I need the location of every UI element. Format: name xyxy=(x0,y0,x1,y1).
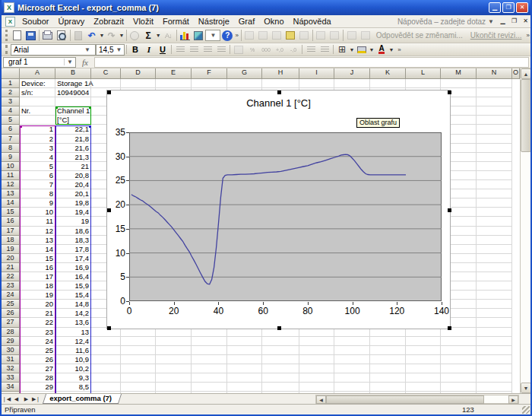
new-comment-button[interactable] xyxy=(283,29,297,42)
increase-decimal-button[interactable]: +,0 xyxy=(273,44,287,56)
cell-A28[interactable]: 23 xyxy=(20,328,55,337)
cell-F29[interactable] xyxy=(192,337,227,346)
font-color-button[interactable]: A xyxy=(375,44,388,56)
menu-item-6[interactable]: Nástroje xyxy=(194,16,234,27)
cell-A2[interactable]: s/n: xyxy=(20,88,55,97)
decrease-decimal-button[interactable]: -,0 xyxy=(287,44,300,56)
cell-B6[interactable]: 22,1 xyxy=(55,125,91,134)
chart-selection-handle[interactable] xyxy=(107,326,111,330)
row-header-24[interactable]: 24 xyxy=(2,291,20,300)
cell-A10[interactable]: 5 xyxy=(20,162,55,171)
cell-A22[interactable]: 17 xyxy=(20,272,55,281)
bold-button[interactable]: B xyxy=(128,44,142,56)
cell-B11[interactable]: 20,8 xyxy=(55,171,91,180)
column-header-L[interactable]: L xyxy=(406,68,441,79)
row-header-20[interactable]: 20 xyxy=(2,254,20,263)
sort-ascending-button[interactable]: A↓ xyxy=(161,29,175,42)
toolbar-options-button[interactable]: » xyxy=(527,32,530,39)
cell-F30[interactable] xyxy=(192,346,227,355)
row-header-34[interactable]: 34 xyxy=(2,383,20,392)
y-axis-label[interactable]: 30 xyxy=(107,151,125,162)
cell-B20[interactable]: 17,4 xyxy=(55,254,91,263)
cell-I30[interactable] xyxy=(299,346,334,355)
row-header-22[interactable]: 22 xyxy=(2,272,20,281)
cell-N14[interactable] xyxy=(477,198,512,208)
cell-B15[interactable]: 19,4 xyxy=(55,208,91,217)
y-axis-label[interactable]: 0 xyxy=(107,296,125,306)
cell-D31[interactable] xyxy=(121,355,156,364)
cell-I34[interactable] xyxy=(299,383,334,392)
cell-A7[interactable]: 2 xyxy=(20,135,55,144)
row-header-15[interactable]: 15 xyxy=(2,208,20,217)
end-review-button[interactable]: Ukončit revizi... xyxy=(467,31,526,40)
row-header-4[interactable]: 4 xyxy=(2,106,20,116)
cell-D32[interactable] xyxy=(121,364,156,373)
chart-selection-handle[interactable] xyxy=(277,91,281,94)
row-header-6[interactable]: 6 xyxy=(2,125,20,134)
cell-B3[interactable] xyxy=(55,97,91,106)
row-header-8[interactable]: 8 xyxy=(2,144,20,153)
insert-function-button[interactable]: fx xyxy=(76,58,94,67)
row-header-7[interactable]: 7 xyxy=(2,135,20,144)
save-button[interactable] xyxy=(24,29,37,42)
cell-B16[interactable]: 19 xyxy=(55,217,91,226)
cell-N6[interactable] xyxy=(477,125,512,134)
cell-E30[interactable] xyxy=(156,346,192,355)
cell-A8[interactable]: 3 xyxy=(20,144,55,153)
fill-color-button[interactable] xyxy=(355,44,369,56)
cell-C30[interactable] xyxy=(91,346,121,355)
cell-A11[interactable]: 6 xyxy=(20,171,55,180)
cell-M1[interactable] xyxy=(441,79,477,88)
cell-N18[interactable] xyxy=(477,236,512,245)
cell-A30[interactable]: 25 xyxy=(20,346,55,355)
cell-M34[interactable] xyxy=(441,383,477,392)
cell-J33[interactable] xyxy=(334,373,370,383)
column-header-N[interactable]: N xyxy=(477,68,512,79)
cell-F31[interactable] xyxy=(192,355,227,364)
cell-B21[interactable]: 16,9 xyxy=(55,263,91,272)
cell-A25[interactable]: 20 xyxy=(20,300,55,309)
cell-I29[interactable] xyxy=(299,337,334,346)
cell-C34[interactable] xyxy=(91,383,121,392)
name-box[interactable]: graf 1▼ xyxy=(3,57,76,68)
cell-B32[interactable]: 10,2 xyxy=(55,364,91,373)
zoom-combobox[interactable]: ▼ xyxy=(205,30,220,41)
column-header-M[interactable]: M xyxy=(441,68,477,79)
cell-A21[interactable]: 16 xyxy=(20,263,55,272)
currency-button[interactable] xyxy=(232,44,245,56)
cell-B12[interactable]: 20,4 xyxy=(55,180,91,189)
row-header-23[interactable]: 23 xyxy=(2,281,20,291)
align-right-button[interactable] xyxy=(201,44,214,56)
cell-N13[interactable] xyxy=(477,189,512,198)
redo-dropdown[interactable]: ▼ xyxy=(119,33,125,38)
row-header-21[interactable]: 21 xyxy=(2,263,20,272)
cell-A3[interactable] xyxy=(20,97,55,106)
cell-D30[interactable] xyxy=(121,346,156,355)
workbook-close-button[interactable]: ✕ xyxy=(521,17,530,26)
cell-N26[interactable] xyxy=(477,309,512,318)
cell-K33[interactable] xyxy=(370,373,406,383)
cell-B8[interactable]: 21,6 xyxy=(55,144,91,153)
cell-B5[interactable]: [°C] xyxy=(55,116,91,125)
cell-N24[interactable] xyxy=(477,291,512,300)
cell-E33[interactable] xyxy=(156,373,192,383)
cell-A4[interactable]: Nr. xyxy=(20,106,55,116)
cell-A5[interactable] xyxy=(20,116,55,125)
cell-I32[interactable] xyxy=(299,364,334,373)
cell-N8[interactable] xyxy=(477,144,512,153)
cell-J29[interactable] xyxy=(334,337,370,346)
cell-B31[interactable]: 10,9 xyxy=(55,355,91,364)
cell-J32[interactable] xyxy=(334,364,370,373)
select-all-corner[interactable] xyxy=(2,68,20,79)
cell-B17[interactable]: 18,6 xyxy=(55,227,91,236)
cell-J34[interactable] xyxy=(334,383,370,392)
cell-K34[interactable] xyxy=(370,383,406,392)
cell-M30[interactable] xyxy=(441,346,477,355)
cell-A20[interactable]: 15 xyxy=(20,254,55,263)
cell-G1[interactable] xyxy=(227,79,262,88)
cell-A23[interactable]: 18 xyxy=(20,281,55,291)
x-axis-label[interactable]: 40 xyxy=(206,306,230,316)
cell-K31[interactable] xyxy=(370,355,406,364)
cell-A31[interactable]: 26 xyxy=(20,355,55,364)
cell-K30[interactable] xyxy=(370,346,406,355)
